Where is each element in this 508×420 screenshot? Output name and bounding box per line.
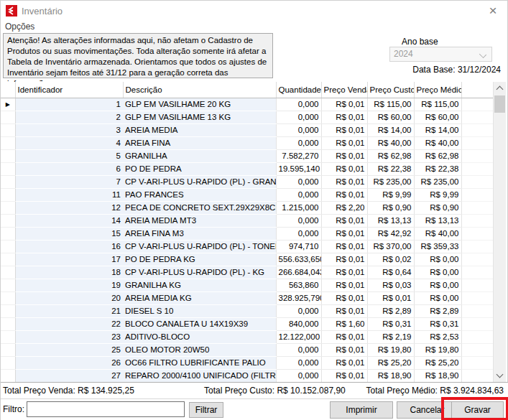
filter-button[interactable]: Filtrar bbox=[189, 402, 223, 418]
base-year-select[interactable]: 2024 bbox=[389, 47, 492, 62]
row-selector-indicator bbox=[1, 188, 15, 201]
filter-input[interactable] bbox=[27, 401, 185, 417]
cell-identificador: 22 bbox=[15, 317, 123, 330]
row-selector-indicator bbox=[1, 136, 15, 149]
cell-preco-medio: R$ 0,90 bbox=[414, 201, 461, 214]
row-selector-indicator bbox=[1, 343, 15, 356]
cell-filler bbox=[461, 175, 494, 188]
cell-descricao: CP V-ARI-PLUS U-RAPIDO (PL) - GRANEL bbox=[123, 175, 276, 188]
cell-preco-custo: R$ 370,00 bbox=[367, 240, 414, 253]
cell-identificador: 20 bbox=[15, 291, 123, 304]
column-header-descricao[interactable]: Descrição bbox=[123, 82, 276, 98]
warning-notice: Atenção! As alterações informadas aqui, … bbox=[3, 33, 273, 78]
table-row[interactable]: 15 AREIA FINA M3 0,000 R$ 0,01 R$ 42,92 … bbox=[1, 227, 494, 240]
column-header-preco-medio[interactable]: Preço Médio bbox=[414, 82, 461, 98]
row-selector-indicator bbox=[1, 175, 15, 188]
scrollbar-thumb[interactable] bbox=[494, 95, 505, 113]
table-row[interactable]: 3 AREIA MEDIA 0,000 R$ 0,01 R$ 14,00 R$ … bbox=[1, 123, 494, 136]
row-selector-indicator bbox=[1, 123, 15, 136]
table-row[interactable]: 23 ADITIVO-BLOCO 12.122,000 R$ 0,01 R$ 2… bbox=[1, 330, 494, 343]
cell-filler bbox=[461, 214, 494, 227]
row-selector-indicator bbox=[1, 111, 15, 123]
table-header-row: Identificador Descrição Quantidade Preço… bbox=[1, 82, 494, 98]
cell-identificador: 23 bbox=[15, 330, 123, 343]
menu-item-opcoes[interactable]: Opções bbox=[5, 22, 34, 32]
table-row[interactable]: 14 AREIA MEDIA MT3 0,000 R$ 0,01 R$ 13,1… bbox=[1, 214, 494, 227]
table-row[interactable]: 22 BLOCO CANALETA U 14X19X39 840,000 R$ … bbox=[1, 317, 494, 330]
cell-filler bbox=[461, 162, 494, 175]
cell-preco-custo: R$ 19,80 bbox=[367, 343, 414, 356]
cell-preco-medio: R$ 235,00 bbox=[414, 175, 461, 188]
row-selector-indicator bbox=[1, 330, 15, 343]
cell-identificador: 25 bbox=[15, 343, 123, 356]
cancel-button[interactable]: Cancelar bbox=[397, 401, 458, 419]
column-header-identificador[interactable]: Identificador bbox=[15, 82, 123, 98]
cell-preco-venda: R$ 0,01 bbox=[321, 98, 367, 111]
scroll-up-icon[interactable] bbox=[494, 82, 506, 94]
cell-filler bbox=[461, 304, 494, 317]
save-button[interactable]: Gravar bbox=[451, 401, 504, 419]
cell-descricao: DIESEL S 10 bbox=[123, 304, 276, 317]
table-row[interactable]: 19 GRANILHA KG 563,860 R$ 0,01 R$ 0,03 R… bbox=[1, 279, 494, 291]
cell-identificador: 16 bbox=[15, 240, 123, 253]
cell-preco-medio: R$ 2,89 bbox=[414, 304, 461, 317]
cell-identificador: 15 bbox=[15, 227, 123, 240]
inventory-dialog: Inventário × Opções Atenção! As alteraçõ… bbox=[0, 0, 508, 420]
table-row[interactable]: 17 PO DE PEDRA KG 556.633,650 R$ 0,01 R$… bbox=[1, 253, 494, 266]
column-header-preco-custo[interactable]: Preço Custo bbox=[367, 82, 414, 98]
table-row[interactable]: 12 PECA DE CONCRETO SEXT.29X29X8CM 35MPA… bbox=[1, 201, 494, 214]
column-header-indicator bbox=[1, 82, 15, 98]
cell-preco-medio: R$ 22,38 bbox=[414, 162, 461, 175]
table-row[interactable]: 26 OC66 FILTRO LUBRIFICANTE PALIO 0,000 … bbox=[1, 356, 494, 369]
close-icon[interactable]: × bbox=[485, 3, 501, 19]
table-row[interactable]: 20 AREIA MEDIA KG 328.925,790 R$ 0,01 R$… bbox=[1, 291, 494, 304]
cell-preco-custo: R$ 18,90 bbox=[367, 369, 414, 382]
cell-preco-custo: R$ 0,03 bbox=[367, 279, 414, 291]
cell-quantidade: 840,000 bbox=[276, 317, 321, 330]
cell-quantidade: 7.582,270 bbox=[276, 149, 321, 162]
table-row[interactable]: 7 CP V-ARI-PLUS U-RAPIDO (PL) - GRANEL 0… bbox=[1, 175, 494, 188]
cell-preco-venda: R$ 0,01 bbox=[321, 214, 367, 227]
table-row[interactable]: 2 GLP EM VASILHAME 13 KG 0,000 R$ 0,01 R… bbox=[1, 111, 494, 123]
cell-preco-venda: R$ 0,01 bbox=[321, 369, 367, 382]
cell-filler bbox=[461, 227, 494, 240]
vertical-scrollbar[interactable] bbox=[493, 82, 506, 382]
cell-quantidade: 0,000 bbox=[276, 214, 321, 227]
cell-preco-custo: R$ 40,00 bbox=[367, 136, 414, 149]
table-body: ▶ 1 GLP EM VASILHAME 20 KG 0,000 R$ 0,01… bbox=[1, 98, 494, 382]
cell-preco-custo: R$ 0,01 bbox=[367, 291, 414, 304]
column-header-quantidade[interactable]: Quantidade bbox=[276, 82, 321, 98]
table-row[interactable]: 6 PO DE PEDRA 19.595,140 R$ 0,01 R$ 22,3… bbox=[1, 162, 494, 175]
table-row[interactable]: 5 GRANILHA 7.582,270 R$ 0,01 R$ 62,98 R$… bbox=[1, 149, 494, 162]
cell-preco-custo: R$ 2,89 bbox=[367, 304, 414, 317]
cell-quantidade: 1.215,000 bbox=[276, 201, 321, 214]
cell-preco-custo: R$ 14,00 bbox=[367, 123, 414, 136]
row-selector-indicator bbox=[1, 240, 15, 253]
cell-preco-custo: R$ 2,19 bbox=[367, 330, 414, 343]
column-header-preco-venda[interactable]: Preço Venda bbox=[321, 82, 367, 98]
table-row[interactable]: 18 CP V-ARI-PLUS U-RAPIDO (PL) - KG 266.… bbox=[1, 266, 494, 279]
cell-quantidade: 0,000 bbox=[276, 136, 321, 149]
table-row[interactable]: ▶ 1 GLP EM VASILHAME 20 KG 0,000 R$ 0,01… bbox=[1, 98, 494, 111]
table-row[interactable]: 16 CP V-ARI-PLUS U-RAPIDO (PL) - TONELAD… bbox=[1, 240, 494, 253]
cell-preco-medio: R$ 2,53 bbox=[414, 330, 461, 343]
base-year-value: 2024 bbox=[394, 49, 413, 59]
cell-filler bbox=[461, 98, 494, 111]
cell-quantidade: 0,000 bbox=[276, 369, 321, 382]
row-selector-indicator bbox=[1, 227, 15, 240]
cell-filler bbox=[461, 149, 494, 162]
table-row[interactable]: 27 REPARO 2000/4100 UNIFICADO (FILTRO) 0… bbox=[1, 369, 494, 382]
cell-descricao: ADITIVO-BLOCO bbox=[123, 330, 276, 343]
row-selector-indicator bbox=[1, 304, 15, 317]
cell-preco-venda: R$ 0,01 bbox=[321, 162, 367, 175]
scroll-down-icon[interactable] bbox=[494, 370, 506, 382]
print-button[interactable]: Imprimir bbox=[330, 401, 393, 419]
window-title: Inventário bbox=[22, 6, 63, 17]
table-row[interactable]: 4 AREIA FINA 0,000 R$ 0,01 R$ 40,00 R$ 4… bbox=[1, 136, 494, 149]
table-row[interactable]: 25 OLEO MOTOR 20W50 0,000 R$ 0,01 R$ 19,… bbox=[1, 343, 494, 356]
cell-preco-custo: R$ 42,92 bbox=[367, 227, 414, 240]
cell-descricao: GRANILHA bbox=[123, 149, 276, 162]
table-row[interactable]: 11 PAO FRANCES 0,000 R$ 0,01 R$ 9,99 R$ … bbox=[1, 188, 494, 201]
table-row[interactable]: 21 DIESEL S 10 0,000 R$ 0,01 R$ 2,89 R$ … bbox=[1, 304, 494, 317]
cell-descricao: BLOCO CANALETA U 14X19X39 bbox=[123, 317, 276, 330]
